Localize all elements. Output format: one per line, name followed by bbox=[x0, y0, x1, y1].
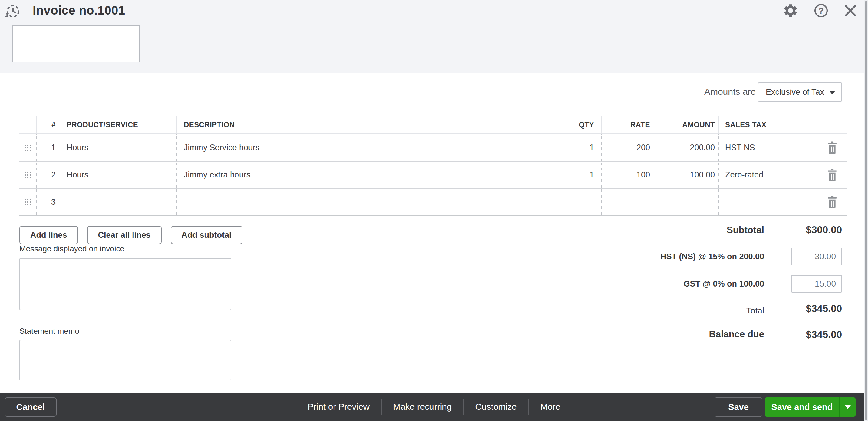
description-cell[interactable]: Jimmy Service hours bbox=[177, 135, 548, 161]
drag-handle-icon[interactable] bbox=[19, 162, 36, 188]
product-cell[interactable]: Hours bbox=[61, 162, 177, 188]
vertical-scrollbar[interactable] bbox=[864, 0, 868, 421]
product-cell[interactable]: Hours bbox=[61, 135, 177, 161]
message-label: Message displayed on invoice bbox=[19, 244, 124, 253]
header-qty: QTY bbox=[548, 116, 601, 133]
sales-tax-cell[interactable]: HST NS bbox=[718, 135, 816, 161]
subtotal-value: $300.00 bbox=[806, 224, 842, 236]
save-and-send-dropdown[interactable] bbox=[839, 397, 856, 417]
balance-due-value: $345.00 bbox=[806, 329, 842, 340]
trash-icon[interactable] bbox=[826, 168, 838, 182]
cutoff-input-field[interactable] bbox=[12, 25, 140, 62]
header-num: # bbox=[36, 116, 61, 133]
add-lines-button[interactable]: Add lines bbox=[19, 226, 78, 244]
sales-tax-cell[interactable] bbox=[718, 189, 816, 215]
table-row: 1 Hours Jimmy Service hours 1 200 200.00… bbox=[19, 135, 847, 162]
audit-history-icon[interactable] bbox=[5, 4, 21, 19]
close-icon[interactable] bbox=[843, 3, 858, 19]
rate-cell[interactable]: 100 bbox=[601, 162, 655, 188]
product-cell[interactable] bbox=[61, 189, 177, 215]
statement-memo-label: Statement memo bbox=[19, 327, 79, 336]
row-number: 3 bbox=[36, 189, 61, 215]
header-sales-tax: SALES TAX bbox=[718, 116, 816, 133]
hst-tax-label: HST (NS) @ 15% on 200.00 bbox=[660, 252, 764, 261]
clear-all-lines-button[interactable]: Clear all lines bbox=[87, 226, 162, 244]
qty-cell[interactable]: 1 bbox=[548, 162, 601, 188]
footer-bar: Cancel Print or Preview Make recurring C… bbox=[0, 393, 868, 421]
row-number: 2 bbox=[36, 162, 61, 188]
gst-tax-label: GST @ 0% on 100.00 bbox=[684, 279, 764, 289]
help-icon[interactable]: ? bbox=[813, 3, 829, 19]
line-items-table: # PRODUCT/SERVICE DESCRIPTION QTY RATE A… bbox=[19, 116, 847, 216]
header-handle-cell bbox=[19, 116, 36, 133]
header-trash-cell bbox=[816, 116, 847, 133]
invoice-editor: Invoice no.1001 ? Amounts are Exclusive … bbox=[0, 0, 868, 421]
header-amount: AMOUNT bbox=[655, 116, 718, 133]
table-row: 2 Hours Jimmy extra hours 1 100 100.00 Z… bbox=[19, 162, 847, 189]
subtotal-label: Subtotal bbox=[727, 225, 764, 236]
description-cell[interactable]: Jimmy extra hours bbox=[177, 162, 548, 188]
save-and-send-button[interactable]: Save and send bbox=[765, 397, 839, 417]
rate-cell[interactable] bbox=[601, 189, 655, 215]
svg-text:?: ? bbox=[819, 6, 824, 16]
table-row: 3 bbox=[19, 189, 847, 216]
make-recurring-button[interactable]: Make recurring bbox=[382, 402, 463, 412]
amounts-are-label: Amounts are bbox=[704, 87, 756, 97]
scrollbar-thumb[interactable] bbox=[865, 1, 867, 420]
rate-cell[interactable]: 200 bbox=[601, 135, 655, 161]
message-textarea[interactable] bbox=[19, 258, 231, 310]
line-actions: Add lines Clear all lines Add subtotal bbox=[19, 226, 242, 244]
header-description: DESCRIPTION bbox=[177, 116, 548, 133]
total-label: Total bbox=[746, 306, 764, 316]
trash-icon[interactable] bbox=[826, 141, 838, 155]
row-number: 1 bbox=[36, 135, 61, 161]
titlebar: Invoice no.1001 ? bbox=[0, 0, 868, 24]
amounts-are-value: Exclusive of Tax bbox=[758, 87, 824, 97]
statement-memo-textarea[interactable] bbox=[19, 340, 231, 381]
qty-cell[interactable]: 1 bbox=[548, 135, 601, 161]
chevron-down-icon bbox=[845, 405, 851, 409]
drag-handle-icon[interactable] bbox=[19, 189, 36, 215]
amount-cell[interactable]: 100.00 bbox=[655, 162, 718, 188]
page-title: Invoice no.1001 bbox=[33, 4, 125, 17]
amount-cell[interactable]: 200.00 bbox=[655, 135, 718, 161]
total-value: $345.00 bbox=[806, 303, 842, 314]
balance-due-label: Balance due bbox=[709, 329, 764, 340]
add-subtotal-button[interactable]: Add subtotal bbox=[171, 226, 242, 244]
trash-icon[interactable] bbox=[826, 195, 838, 209]
amounts-are-select[interactable]: Exclusive of Tax bbox=[758, 82, 842, 102]
qty-cell[interactable] bbox=[548, 189, 601, 215]
print-or-preview-button[interactable]: Print or Preview bbox=[296, 402, 381, 412]
save-and-send-split-button: Save and send bbox=[765, 397, 856, 417]
header-rate: RATE bbox=[601, 116, 655, 133]
table-header-row: # PRODUCT/SERVICE DESCRIPTION QTY RATE A… bbox=[19, 116, 847, 135]
gst-tax-input[interactable] bbox=[791, 275, 842, 292]
more-button[interactable]: More bbox=[529, 402, 572, 412]
header-product-service: PRODUCT/SERVICE bbox=[61, 116, 177, 133]
save-button[interactable]: Save bbox=[715, 397, 763, 417]
description-cell[interactable] bbox=[177, 189, 548, 215]
chevron-down-icon bbox=[829, 91, 835, 94]
amount-cell[interactable] bbox=[655, 189, 718, 215]
customize-button[interactable]: Customize bbox=[464, 402, 528, 412]
settings-gear-icon[interactable] bbox=[783, 3, 798, 19]
drag-handle-icon[interactable] bbox=[19, 135, 36, 161]
hst-tax-input[interactable] bbox=[791, 248, 842, 265]
sales-tax-cell[interactable]: Zero-rated bbox=[718, 162, 816, 188]
